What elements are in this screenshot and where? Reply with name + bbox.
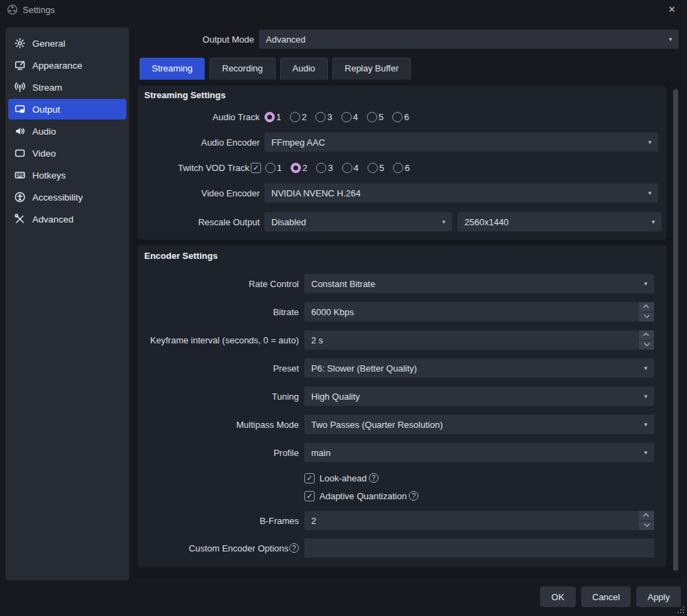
radio-option[interactable]: 6 <box>392 112 409 122</box>
multipass-mode-select[interactable]: Two Passes (Quarter Resolution) ▼ <box>304 415 654 434</box>
audio-encoder-row: Audio Encoder FFmpeg AAC ▼ <box>137 133 666 152</box>
sidebar-item-advanced[interactable]: Advanced <box>8 209 126 229</box>
b-frames-label: B-Frames <box>137 516 304 526</box>
decrement-button[interactable] <box>639 340 654 350</box>
radio[interactable] <box>342 163 352 173</box>
output-tabs: Streaming Recording Audio Replay Buffer <box>139 58 411 80</box>
radio-option[interactable]: 3 <box>315 112 332 122</box>
audio-encoder-select[interactable]: FFmpeg AAC ▼ <box>264 133 658 152</box>
sidebar-item-label: General <box>32 38 65 49</box>
sidebar-item-label: Accessibility <box>32 192 83 203</box>
keyframe-interval-row: Keyframe interval (seconds, 0 = auto) 2 … <box>137 330 666 350</box>
tab-audio[interactable]: Audio <box>280 58 328 80</box>
scrollbar-thumb[interactable] <box>673 89 678 571</box>
keyframe-interval-spinner[interactable]: 2 s <box>304 330 654 350</box>
sidebar-item-hotkeys[interactable]: Hotkeys <box>8 165 126 185</box>
tools-icon <box>14 214 25 225</box>
radio[interactable] <box>316 163 326 173</box>
video-encoder-row: Video Encoder NVIDIA NVENC H.264 ▼ <box>137 183 666 203</box>
rate-control-select[interactable]: Constant Bitrate ▼ <box>304 274 654 293</box>
radio[interactable] <box>341 112 352 122</box>
settings-content: Streaming Settings Audio Track 1 2 3 4 5… <box>134 82 684 578</box>
radio-option[interactable]: 2 <box>290 112 306 122</box>
radio-option[interactable]: 1 <box>264 112 281 122</box>
radio-option[interactable]: 6 <box>393 163 409 173</box>
look-ahead-checkbox[interactable]: ✓ <box>304 473 315 483</box>
audio-track-label: Audio Track <box>137 112 264 122</box>
apply-button[interactable]: Apply <box>636 586 681 607</box>
radio[interactable] <box>393 163 403 173</box>
radio-selected[interactable] <box>264 112 275 122</box>
sidebar-item-label: Hotkeys <box>32 170 66 181</box>
sidebar-item-appearance[interactable]: Appearance <box>8 55 126 76</box>
radio-option[interactable]: 4 <box>342 163 359 173</box>
chevron-down-icon: ▼ <box>642 139 658 146</box>
b-frames-row: B-Frames 2 <box>137 511 666 530</box>
radio-selected[interactable] <box>291 163 301 173</box>
dialog-buttons: OK Cancel Apply <box>540 586 681 607</box>
look-ahead-row: ✓ Look-ahead? <box>304 471 666 485</box>
sidebar-item-label: Output <box>32 104 60 115</box>
title-bar: Settings <box>0 0 687 19</box>
ok-button[interactable]: OK <box>540 586 576 607</box>
help-icon[interactable]: ? <box>369 473 379 483</box>
close-button[interactable]: × <box>664 1 680 18</box>
tuning-select[interactable]: High Quality ▼ <box>304 387 654 406</box>
cancel-button[interactable]: Cancel <box>581 586 631 607</box>
profile-select[interactable]: main ▼ <box>304 443 654 462</box>
custom-encoder-options-input[interactable] <box>304 538 654 558</box>
radio-option[interactable]: 3 <box>316 163 333 173</box>
sidebar-item-accessibility[interactable]: Accessibility <box>8 187 126 207</box>
radio-option[interactable]: 5 <box>367 112 383 122</box>
radio[interactable] <box>265 163 275 173</box>
chevron-down-icon: ▼ <box>638 450 654 456</box>
radio-option[interactable]: 4 <box>341 112 358 122</box>
radio-option[interactable]: 5 <box>368 163 384 173</box>
sidebar-item-label: Appearance <box>32 60 82 71</box>
tab-recording[interactable]: Recording <box>210 58 275 80</box>
rescale-resolution-select[interactable]: 2560x1440 ▼ <box>458 212 662 231</box>
radio[interactable] <box>315 112 326 122</box>
audio-track-row: Audio Track 1 2 3 4 5 6 <box>137 109 666 124</box>
b-frames-spinner[interactable]: 2 <box>304 511 654 530</box>
chevron-down-icon: ▼ <box>436 219 452 225</box>
preset-row: Preset P6: Slower (Better Quality) ▼ <box>137 358 666 378</box>
sidebar-item-stream[interactable]: Stream <box>8 77 126 98</box>
rescale-output-label: Rescale Output <box>137 217 264 227</box>
rescale-mode-select[interactable]: Disabled ▼ <box>264 212 452 231</box>
output-mode-select[interactable]: Advanced ▼ <box>259 30 679 49</box>
tab-replay-buffer[interactable]: Replay Buffer <box>333 58 412 80</box>
adaptive-quantization-checkbox[interactable]: ✓ <box>304 491 315 501</box>
increment-button[interactable] <box>639 511 654 521</box>
chevron-down-icon: ▼ <box>638 422 654 428</box>
increment-button[interactable] <box>639 302 654 312</box>
radio[interactable] <box>290 112 300 122</box>
decrement-button[interactable] <box>639 521 654 531</box>
radio-option[interactable]: 2 <box>291 163 307 173</box>
bitrate-spinner[interactable]: 6000 Kbps <box>304 302 654 321</box>
keyframe-interval-label: Keyframe interval (seconds, 0 = auto) <box>137 335 304 345</box>
sidebar-item-general[interactable]: General <box>8 33 126 54</box>
profile-row: Profile main ▼ <box>137 443 666 462</box>
sidebar-item-output[interactable]: Output <box>8 99 126 119</box>
preset-select[interactable]: P6: Slower (Better Quality) ▼ <box>304 358 654 378</box>
sidebar-item-audio[interactable]: Audio <box>8 121 126 141</box>
video-encoder-select[interactable]: NVIDIA NVENC H.264 ▼ <box>264 183 658 203</box>
tab-streaming[interactable]: Streaming <box>139 58 205 80</box>
decrement-button[interactable] <box>639 312 654 322</box>
radio-option[interactable]: 1 <box>265 163 282 173</box>
resize-grip[interactable] <box>683 612 684 613</box>
twitch-vod-checkbox[interactable]: ✓ <box>251 163 261 173</box>
sidebar-item-video[interactable]: Video <box>8 143 126 163</box>
increment-button[interactable] <box>639 330 654 340</box>
radio[interactable] <box>367 112 377 122</box>
radio[interactable] <box>368 163 378 173</box>
rescale-output-row: Rescale Output Disabled ▼ 2560x1440 ▼ <box>137 212 666 231</box>
help-icon[interactable]: ? <box>289 543 299 553</box>
help-icon[interactable]: ? <box>409 491 418 501</box>
vertical-scrollbar[interactable] <box>673 88 679 572</box>
sidebar-item-label: Stream <box>32 82 63 93</box>
radio[interactable] <box>392 112 403 122</box>
keyboard-icon <box>14 170 25 181</box>
group-title: Streaming Settings <box>137 90 666 101</box>
